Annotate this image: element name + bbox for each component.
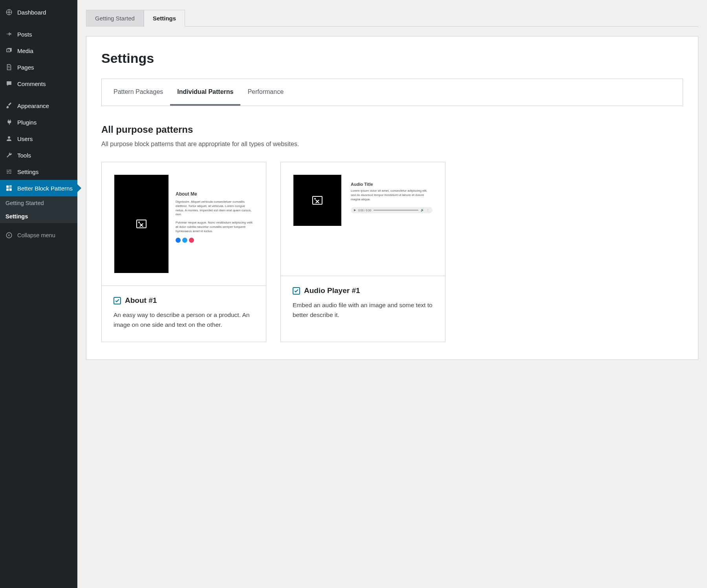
- collapse-icon: [5, 231, 13, 240]
- pattern-checkbox[interactable]: [114, 297, 121, 304]
- audio-time: 0:00 / 0:00: [358, 209, 371, 212]
- inner-tab-individual-patterns[interactable]: Individual Patterns: [170, 79, 240, 106]
- pattern-cards: About Me Dignissim. Aliquet vehicula con…: [101, 162, 683, 342]
- sidebar-item-users[interactable]: Users: [0, 130, 77, 147]
- sidebar-item-label: Settings: [17, 169, 38, 175]
- preview-paragraph: Lorem ipsum dolor sit amet, consectetur …: [351, 189, 432, 201]
- collapse-label: Collapse menu: [17, 232, 55, 238]
- tab-settings[interactable]: Settings: [144, 10, 185, 27]
- comment-icon: [5, 79, 13, 88]
- play-icon: ▶: [354, 209, 356, 212]
- sidebar-item-label: Better Block Patterns: [17, 185, 73, 192]
- preview-paragraph: Pulvinar neque augue. Nunc vestibulum ad…: [176, 221, 253, 233]
- sidebar-item-pages[interactable]: Pages: [0, 59, 77, 75]
- social-icons-row: [176, 238, 253, 243]
- pattern-card-about-1: About Me Dignissim. Aliquet vehicula con…: [101, 162, 266, 342]
- sidebar-item-label: Pages: [17, 64, 34, 71]
- instagram-icon: [189, 238, 194, 243]
- inner-tab-pattern-packages[interactable]: Pattern Packages: [106, 79, 170, 106]
- preview-text: About Me Dignissim. Aliquet vehicula con…: [176, 175, 253, 273]
- main-content: Getting Started Settings Settings Patter…: [77, 0, 707, 588]
- brush-icon: [5, 101, 13, 110]
- plug-icon: [5, 118, 13, 126]
- collapse-menu-button[interactable]: Collapse menu: [0, 226, 77, 244]
- sidebar-item-appearance[interactable]: Appearance: [0, 97, 77, 114]
- pattern-card-description: Embed an audio file with an image and so…: [293, 300, 433, 320]
- preview-heading: Audio Title: [351, 182, 432, 187]
- sidebar-item-tools[interactable]: Tools: [0, 147, 77, 163]
- sidebar-subitem-settings[interactable]: Settings: [0, 210, 77, 223]
- menu-icon: ⋮: [427, 209, 429, 212]
- image-placeholder: [293, 175, 341, 226]
- wrench-icon: [5, 151, 13, 159]
- facebook-icon: [176, 238, 181, 243]
- check-icon: [115, 298, 120, 303]
- sidebar-item-label: Dashboard: [17, 9, 46, 16]
- sidebar-item-comments[interactable]: Comments: [0, 75, 77, 92]
- block-icon: [5, 184, 13, 192]
- sidebar-submenu: Getting Started Settings: [0, 196, 77, 223]
- preview-text: Audio Title Lorem ipsum dolor sit amet, …: [351, 175, 432, 226]
- settings-panel: Settings Pattern Packages Individual Pat…: [86, 36, 698, 360]
- dashboard-icon: [5, 8, 13, 16]
- image-placeholder: [114, 175, 169, 273]
- sliders-icon: [5, 167, 13, 176]
- preview-paragraph: Dignissim. Aliquet vehicula consectetuer…: [176, 200, 253, 217]
- sidebar-item-label: Plugins: [17, 119, 37, 126]
- inner-tabs: Pattern Packages Individual Patterns Per…: [101, 79, 683, 106]
- sidebar-item-media[interactable]: Media: [0, 42, 77, 59]
- sidebar-item-label: Posts: [17, 31, 32, 38]
- sidebar-item-better-block-patterns[interactable]: Better Block Patterns: [0, 180, 77, 196]
- image-icon: [136, 220, 147, 228]
- audio-player-bar: ▶ 0:00 / 0:00 🔊 ⋮: [351, 207, 432, 213]
- pattern-card-title: Audio Player #1: [304, 286, 360, 295]
- user-icon: [5, 134, 13, 143]
- tab-getting-started[interactable]: Getting Started: [86, 10, 144, 27]
- pattern-checkbox[interactable]: [293, 287, 300, 295]
- media-icon: [5, 46, 13, 55]
- sidebar-item-label: Tools: [17, 152, 31, 159]
- check-icon: [294, 288, 299, 293]
- outer-tabs: Getting Started Settings: [86, 9, 698, 27]
- pages-icon: [5, 63, 13, 71]
- sidebar-item-posts[interactable]: Posts: [0, 26, 77, 42]
- pattern-card-title: About #1: [125, 296, 157, 305]
- page-title: Settings: [101, 51, 683, 66]
- admin-sidebar: Dashboard Posts Media Pages Comments App…: [0, 0, 77, 588]
- sidebar-subitem-getting-started[interactable]: Getting Started: [0, 196, 77, 210]
- pattern-card-body: Audio Player #1 Embed an audio file with…: [281, 276, 445, 332]
- sidebar-item-label: Media: [17, 48, 33, 54]
- sidebar-item-label: Users: [17, 136, 33, 142]
- twitter-icon: [182, 238, 187, 243]
- section-description: All purpose block patterns that are appr…: [101, 141, 683, 148]
- pattern-card-description: An easy way to describe a person or a pr…: [114, 310, 254, 330]
- pattern-preview: About Me Dignissim. Aliquet vehicula con…: [102, 162, 266, 286]
- pattern-card-body: About #1 An easy way to describe a perso…: [102, 286, 266, 342]
- sidebar-item-label: Comments: [17, 81, 46, 87]
- sidebar-item-plugins[interactable]: Plugins: [0, 114, 77, 130]
- pin-icon: [5, 30, 13, 38]
- inner-tab-performance[interactable]: Performance: [240, 79, 291, 106]
- sidebar-item-label: Appearance: [17, 103, 49, 109]
- sidebar-item-dashboard[interactable]: Dashboard: [0, 4, 77, 20]
- pattern-card-audio-player-1: Audio Title Lorem ipsum dolor sit amet, …: [280, 162, 445, 342]
- section-title: All purpose patterns: [101, 124, 683, 135]
- image-icon: [312, 196, 322, 205]
- audio-track: [374, 210, 418, 211]
- volume-icon: 🔊: [421, 209, 424, 212]
- preview-heading: About Me: [176, 191, 253, 197]
- pattern-preview: Audio Title Lorem ipsum dolor sit amet, …: [281, 162, 445, 276]
- sidebar-item-settings[interactable]: Settings: [0, 163, 77, 180]
